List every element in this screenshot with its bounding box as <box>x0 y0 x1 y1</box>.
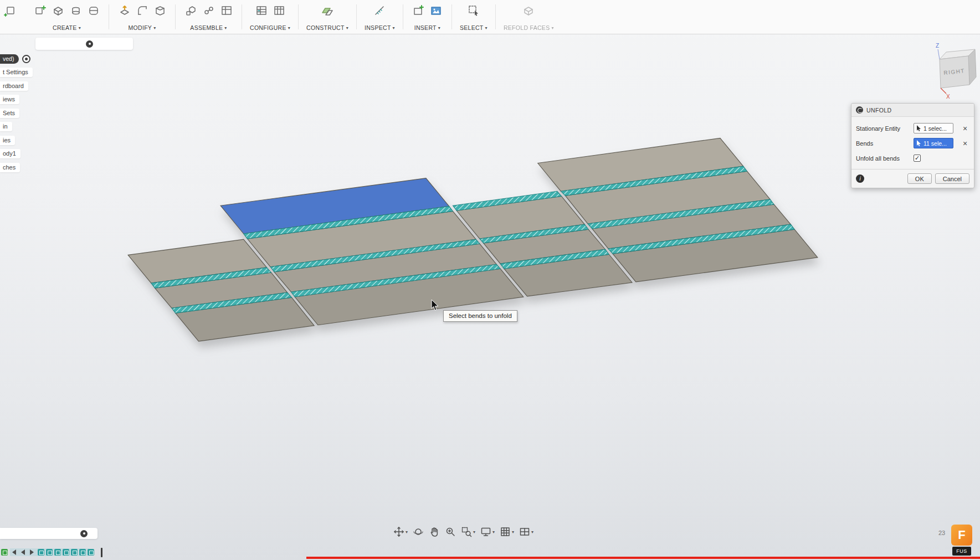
timeline-playhead[interactable] <box>101 548 102 557</box>
unfold-dialog: UNFOLD Stationary Entity 1 selec... × Be… <box>851 103 974 188</box>
browser-item-document-settings[interactable]: t Settings <box>0 66 33 80</box>
cancel-button[interactable]: Cancel <box>935 173 969 184</box>
browser-item-origin[interactable]: in <box>0 120 33 134</box>
hand-icon[interactable] <box>429 526 440 537</box>
browser-item-material[interactable]: rdboard <box>0 79 33 93</box>
orbit-icon[interactable] <box>413 526 424 537</box>
chevron-down-icon: ▾ <box>512 530 514 535</box>
info-icon[interactable]: i <box>856 174 864 183</box>
x-axis-label: X <box>946 94 950 100</box>
browser-item-named-views[interactable]: iews <box>0 93 33 107</box>
configuration-table-icon[interactable] <box>271 3 286 18</box>
main-toolbar: CREATE▾ MODIFY▾ ASSEMBLE▾ CONFIGURE▾ CON… <box>0 0 980 34</box>
bends-selection-chip[interactable]: 11 sele... <box>914 138 953 148</box>
unfold-all-bends-checkbox[interactable]: ✓ <box>914 155 921 162</box>
toolbar-group-assemble: ASSEMBLE▾ <box>176 0 242 34</box>
toolbar-group-refold-faces: REFOLD FACES▾ <box>496 0 562 34</box>
browser-item-bodies[interactable]: ies <box>0 133 33 147</box>
channel-badge: FUS <box>952 547 971 556</box>
timeline-header-bar[interactable] <box>0 528 98 539</box>
timeline-feature-icon[interactable] <box>46 549 53 556</box>
chevron-down-icon: ▾ <box>438 25 440 30</box>
fillet-icon[interactable] <box>135 3 150 18</box>
shell-icon[interactable] <box>152 3 167 18</box>
bends-row: Bends 11 sele... × <box>856 136 969 151</box>
collapse-icon[interactable] <box>80 530 88 537</box>
chevron-down-icon: ▾ <box>79 25 81 30</box>
viewports-icon[interactable]: ▾ <box>519 526 533 537</box>
toolbar-group-insert: INSERT▾ <box>403 0 451 34</box>
toolbar-group-clipped <box>0 0 25 34</box>
revolve-icon[interactable] <box>68 3 83 18</box>
form-icon[interactable] <box>86 3 101 18</box>
measure-icon[interactable] <box>372 3 387 18</box>
cursor-icon <box>916 125 921 132</box>
browser-item-body1[interactable]: ody1 <box>0 147 33 161</box>
toolbar-group-configure: CONFIGURE▾ <box>242 0 298 34</box>
insert-canvas-icon[interactable] <box>411 3 426 18</box>
grid-display-icon[interactable]: ▾ <box>500 526 514 537</box>
timeline-feature-icon[interactable] <box>79 549 86 556</box>
skip-start-icon[interactable] <box>9 548 17 556</box>
watermark-count: 23 <box>938 530 945 536</box>
browser-item-sets[interactable]: Sets <box>0 106 33 120</box>
browser-header-bar[interactable] <box>35 38 133 50</box>
browser-document-row[interactable]: ved) <box>0 52 33 66</box>
unfold-all-bends-label: Unfold all bends <box>856 155 914 162</box>
sheet-metal-model[interactable] <box>0 0 980 560</box>
timeline-feature-icon[interactable] <box>38 549 44 556</box>
modify-menu-label: MODIFY <box>129 24 152 31</box>
bends-label: Bends <box>856 140 914 147</box>
construction-plane-icon[interactable] <box>320 3 335 18</box>
select-bends-tooltip: Select bends to unfold <box>443 310 517 322</box>
unfold-dialog-header[interactable]: UNFOLD <box>851 104 974 117</box>
select-icon[interactable] <box>466 3 481 18</box>
display-settings-icon[interactable]: ▾ <box>480 526 495 537</box>
video-progress-bar[interactable] <box>306 557 980 559</box>
press-pull-icon[interactable] <box>117 3 132 18</box>
joint-icon[interactable] <box>201 3 216 18</box>
fusion-logo[interactable]: F <box>951 525 972 546</box>
stationary-entity-label: Stationary Entity <box>856 125 914 132</box>
clipped-tool-icon[interactable] <box>2 3 17 18</box>
browser-tree: ved) t Settings rdboard iews Sets in ies… <box>0 52 33 174</box>
clear-stationary-entity-button[interactable]: × <box>961 124 969 133</box>
toolbar-group-construct: CONSTRUCT▾ <box>299 0 356 34</box>
chevron-down-icon: ▾ <box>485 25 488 30</box>
timeline-feature-icon[interactable] <box>71 549 78 556</box>
select-menu-label: SELECT <box>460 24 484 31</box>
extrude-icon[interactable] <box>50 3 65 18</box>
browser-item-sketches[interactable]: ches <box>0 161 33 174</box>
toolbar-group-create: CREATE▾ <box>25 0 109 34</box>
chevron-down-icon: ▾ <box>346 25 348 30</box>
chevron-down-icon: ▾ <box>531 530 533 535</box>
construct-menu-label: CONSTRUCT <box>306 24 345 31</box>
chevron-down-icon: ▾ <box>492 530 495 535</box>
dialog-title: UNFOLD <box>866 107 892 114</box>
timeline-settings-icon[interactable] <box>1 549 8 556</box>
chevron-down-icon: ▾ <box>288 25 290 30</box>
pan-icon[interactable]: ▾ <box>393 526 408 537</box>
new-component-icon[interactable] <box>183 3 198 18</box>
toolbar-group-modify: MODIFY▾ <box>109 0 175 34</box>
zoom-icon[interactable] <box>445 526 456 537</box>
step-back-icon[interactable] <box>19 548 27 556</box>
ok-button[interactable]: OK <box>907 173 932 184</box>
stationary-entity-selection-chip[interactable]: 1 selec... <box>914 123 953 133</box>
create-sketch-icon[interactable] <box>33 3 48 18</box>
clear-bends-button[interactable]: × <box>961 139 969 148</box>
refold-faces-icon[interactable] <box>521 3 536 18</box>
timeline-feature-icon[interactable] <box>54 549 61 556</box>
insert-image-icon[interactable] <box>429 3 444 18</box>
timeline-feature-icon[interactable] <box>63 549 69 556</box>
create-menu-label: CREATE <box>53 24 77 31</box>
collapse-icon[interactable] <box>86 40 93 48</box>
timeline-feature-icon[interactable] <box>88 549 94 556</box>
zoom-window-icon[interactable]: ▾ <box>461 526 475 537</box>
target-icon[interactable] <box>22 55 30 63</box>
configuration-icon[interactable] <box>254 3 269 18</box>
view-cube[interactable]: Z RIGHT X <box>928 41 980 102</box>
toolbar-group-inspect: INSPECT▾ <box>357 0 403 34</box>
play-icon[interactable] <box>28 548 36 556</box>
bom-table-icon[interactable] <box>219 3 234 18</box>
